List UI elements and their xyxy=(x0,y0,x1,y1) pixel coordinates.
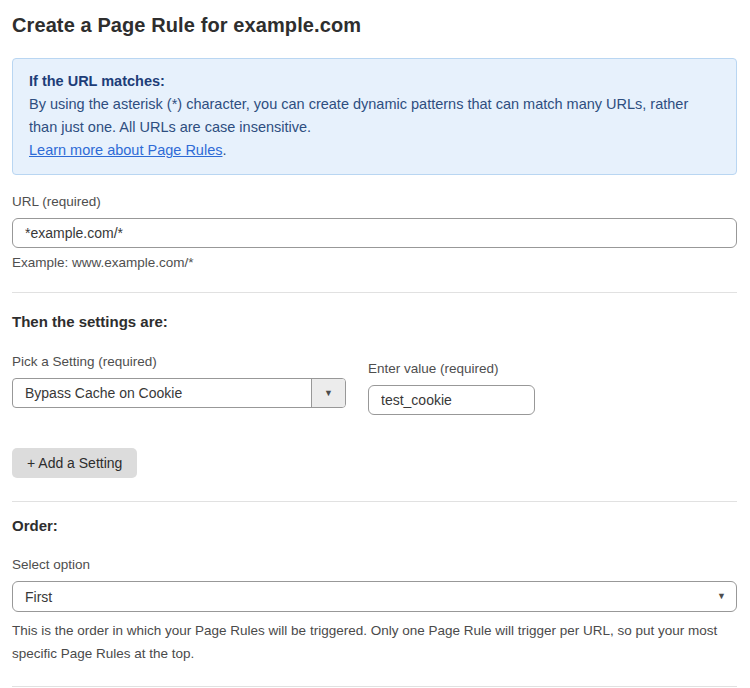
info-box-link-line: Learn more about Page Rules. xyxy=(29,139,720,162)
url-field-label: URL (required) xyxy=(12,194,737,209)
info-box-body: By using the asterisk (*) character, you… xyxy=(29,93,720,139)
learn-more-link[interactable]: Learn more about Page Rules xyxy=(29,142,222,158)
url-example-hint: Example: www.example.com/* xyxy=(12,255,737,270)
create-page-rule-form: Create a Page Rule for example.com If th… xyxy=(0,0,750,688)
order-select-label: Select option xyxy=(12,557,737,572)
settings-section-heading: Then the settings are: xyxy=(12,313,737,330)
setting-value-input[interactable] xyxy=(368,385,535,415)
setting-picker-column: Pick a Setting (required) Bypass Cache o… xyxy=(12,354,346,415)
url-input[interactable] xyxy=(12,218,737,248)
setting-value-column: Enter value (required) xyxy=(368,361,535,415)
setting-dropdown-value: Bypass Cache on Cookie xyxy=(13,379,311,407)
setting-row: Pick a Setting (required) Bypass Cache o… xyxy=(12,354,737,415)
info-box-heading: If the URL matches: xyxy=(29,70,720,93)
order-select-value: First xyxy=(25,589,52,605)
divider xyxy=(12,292,737,293)
dropdown-arrow-icon: ▼ xyxy=(324,389,333,398)
page-title: Create a Page Rule for example.com xyxy=(12,14,737,37)
link-suffix: . xyxy=(222,142,226,158)
dropdown-arrow-icon: ▼ xyxy=(717,592,726,601)
add-setting-button[interactable]: + Add a Setting xyxy=(12,448,137,478)
divider xyxy=(12,686,737,687)
url-match-info-box: If the URL matches: By using the asteris… xyxy=(12,58,737,175)
order-select[interactable]: First ▼ xyxy=(12,581,737,612)
setting-dropdown[interactable]: Bypass Cache on Cookie ▼ xyxy=(12,378,346,408)
divider xyxy=(12,501,737,502)
order-section-heading: Order: xyxy=(12,517,737,534)
setting-value-label: Enter value (required) xyxy=(368,361,535,376)
setting-dropdown-button[interactable]: ▼ xyxy=(311,379,345,407)
setting-picker-label: Pick a Setting (required) xyxy=(12,354,346,369)
order-description: This is the order in which your Page Rul… xyxy=(12,619,724,665)
